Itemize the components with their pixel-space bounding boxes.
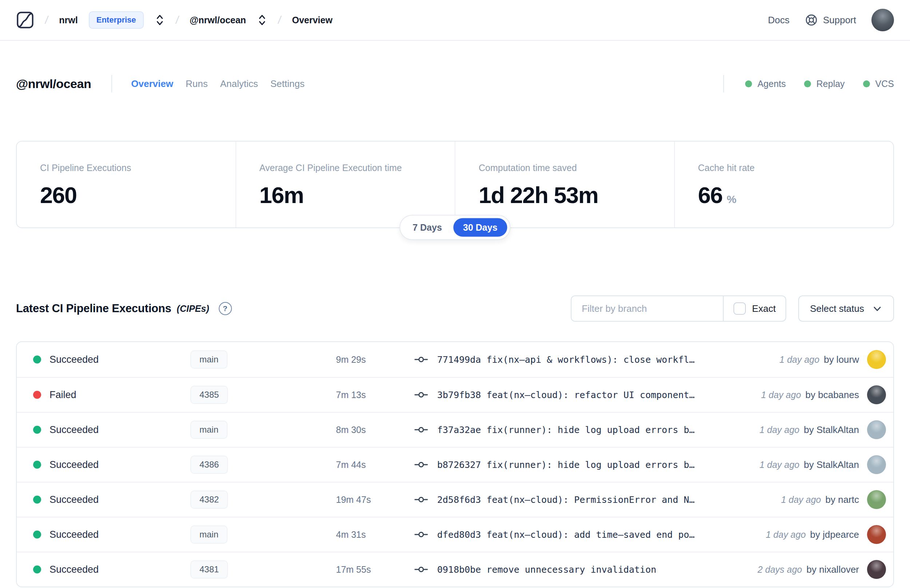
duration-cell: 7m 13s	[336, 390, 414, 400]
branch-badge[interactable]: 4382	[191, 491, 228, 509]
lifebuoy-support-icon	[805, 13, 818, 27]
status-cell: Failed	[33, 389, 191, 401]
status-dot	[33, 391, 41, 399]
commit-hash[interactable]: 2d58f6d3	[437, 494, 481, 505]
divider	[723, 75, 724, 92]
workspace-tabs: Overview Runs Analytics Settings	[131, 78, 304, 89]
commit-hash[interactable]: 0918b0be	[437, 564, 481, 575]
table-row[interactable]: Succeeded 4382 19m 47s 2d58f6d3 feat(nx–…	[17, 482, 893, 517]
author-avatar	[867, 490, 886, 509]
tab-settings[interactable]: Settings	[270, 78, 305, 89]
author[interactable]: by bcabanes	[805, 389, 859, 401]
author-avatar	[867, 350, 886, 369]
author[interactable]: by lourw	[824, 354, 859, 365]
time-ago: 1 day ago	[761, 390, 801, 400]
table-row[interactable]: Succeeded main 8m 30s f37a32ae fix(runne…	[17, 412, 893, 447]
branch-cell: main	[191, 525, 336, 544]
indicator-replay[interactable]: Replay	[804, 79, 845, 89]
status-dot	[33, 460, 41, 468]
section-title: Latest CI Pipeline Executions	[16, 302, 171, 315]
stat-cache-hit-rate: Cache hit rate 66%	[674, 142, 894, 228]
commit-hash[interactable]: f37a32ae	[437, 425, 481, 435]
meta-cell: 1 day ago by nartc	[781, 490, 886, 509]
branch-badge[interactable]: main	[191, 421, 228, 439]
branch-badge[interactable]: 4385	[191, 386, 228, 404]
breadcrumb-page: Overview	[292, 15, 332, 26]
top-nav: / nrwl Enterprise / @nrwl/ocean / Overvi…	[0, 0, 910, 41]
range-7-days-button[interactable]: 7 Days	[402, 218, 452, 237]
table-row[interactable]: Succeeded 4386 7m 44s b8726327 fix(runne…	[17, 447, 893, 482]
stats-summary-card: CI Pipeline Executions 260 Average CI Pi…	[16, 141, 894, 228]
author-avatar	[867, 560, 886, 579]
author[interactable]: by jdpearce	[810, 529, 859, 540]
status-label: Succeeded	[50, 354, 99, 365]
branch-badge[interactable]: main	[191, 525, 228, 544]
green-status-dot	[804, 81, 811, 87]
commit-message: fix(runner): hide log upload errors b…	[486, 460, 695, 470]
status-label: Succeeded	[50, 424, 99, 436]
filters: Exact Select status	[571, 296, 894, 321]
tab-runs[interactable]: Runs	[186, 78, 208, 89]
status-dot	[33, 355, 41, 363]
commit-message: feat(nx–cloud): refactor UI component…	[486, 390, 695, 400]
commit-message: fix(nx–api & workflows): close workfl…	[486, 354, 695, 365]
indicator-vcs[interactable]: VCS	[863, 79, 894, 89]
git-commit-icon	[414, 389, 428, 400]
exact-checkbox[interactable]	[734, 302, 746, 315]
status-label: Failed	[50, 389, 76, 401]
git-commit-icon	[414, 564, 428, 575]
commit-cell: 0918b0be remove unnecessary invalidation	[414, 564, 758, 575]
status-cell: Succeeded	[33, 424, 191, 436]
commit-hash[interactable]: 3b79fb38	[437, 390, 481, 400]
docs-link[interactable]: Docs	[768, 15, 789, 26]
author[interactable]: by StalkAltan	[804, 424, 859, 436]
section-subtitle: (CIPEs)	[177, 304, 209, 314]
time-ago: 1 day ago	[759, 425, 799, 435]
divider	[112, 75, 112, 92]
author[interactable]: by StalkAltan	[804, 459, 859, 470]
author[interactable]: by nartc	[826, 494, 860, 506]
meta-cell: 1 day ago by jdpearce	[766, 525, 886, 544]
branch-cell: main	[191, 351, 336, 368]
branch-badge[interactable]: 4381	[191, 561, 228, 578]
table-row[interactable]: Failed 4385 7m 13s 3b79fb38 feat(nx–clou…	[17, 377, 893, 412]
user-avatar[interactable]	[871, 9, 894, 31]
workspace-switcher-chevron-icon[interactable]	[257, 14, 267, 26]
workspace-header: @nrwl/ocean Overview Runs Analytics Sett…	[16, 74, 894, 93]
author-avatar	[867, 385, 886, 404]
git-commit-icon	[414, 459, 428, 470]
support-link[interactable]: Support	[805, 13, 856, 27]
duration-cell: 8m 30s	[336, 425, 414, 435]
range-30-days-button[interactable]: 30 Days	[453, 218, 508, 237]
chevron-down-icon	[872, 304, 883, 313]
author[interactable]: by nixallover	[806, 564, 859, 575]
breadcrumb-workspace[interactable]: @nrwl/ocean	[190, 15, 246, 26]
meta-cell: 1 day ago by bcabanes	[761, 385, 886, 404]
indicator-agents[interactable]: Agents	[745, 79, 786, 89]
commit-cell: dfed80d3 feat(nx–cloud): add time–saved …	[414, 529, 766, 540]
nx-cloud-logo-icon[interactable]	[16, 11, 34, 29]
time-ago: 1 day ago	[766, 530, 806, 540]
breadcrumb-org[interactable]: nrwl	[59, 15, 78, 26]
duration-cell: 7m 44s	[336, 460, 414, 470]
table-row[interactable]: Succeeded main 9m 29s 771499da fix(nx–ap…	[17, 342, 893, 377]
git-commit-icon	[414, 354, 428, 365]
commit-cell: f37a32ae fix(runner): hide log upload er…	[414, 424, 759, 435]
status-label: Succeeded	[50, 529, 99, 540]
status-select-dropdown[interactable]: Select status	[798, 296, 894, 321]
branch-badge[interactable]: 4386	[191, 456, 228, 474]
org-switcher-chevron-icon[interactable]	[155, 14, 165, 26]
tab-analytics[interactable]: Analytics	[220, 78, 258, 89]
commit-hash[interactable]: 771499da	[437, 354, 481, 365]
branch-filter-input[interactable]	[572, 296, 723, 321]
status-cell: Succeeded	[33, 459, 191, 470]
duration-cell: 4m 31s	[336, 530, 414, 540]
help-icon[interactable]: ?	[219, 302, 232, 315]
branch-badge[interactable]: main	[191, 351, 228, 368]
table-row[interactable]: Succeeded main 4m 31s dfed80d3 feat(nx–c…	[17, 517, 893, 552]
commit-hash[interactable]: b8726327	[437, 460, 481, 470]
meta-cell: 1 day ago by StalkAltan	[759, 420, 886, 439]
commit-hash[interactable]: dfed80d3	[437, 530, 481, 540]
tab-overview[interactable]: Overview	[131, 78, 173, 89]
table-row[interactable]: Succeeded 4381 17m 55s 0918b0be remove u…	[17, 552, 893, 586]
